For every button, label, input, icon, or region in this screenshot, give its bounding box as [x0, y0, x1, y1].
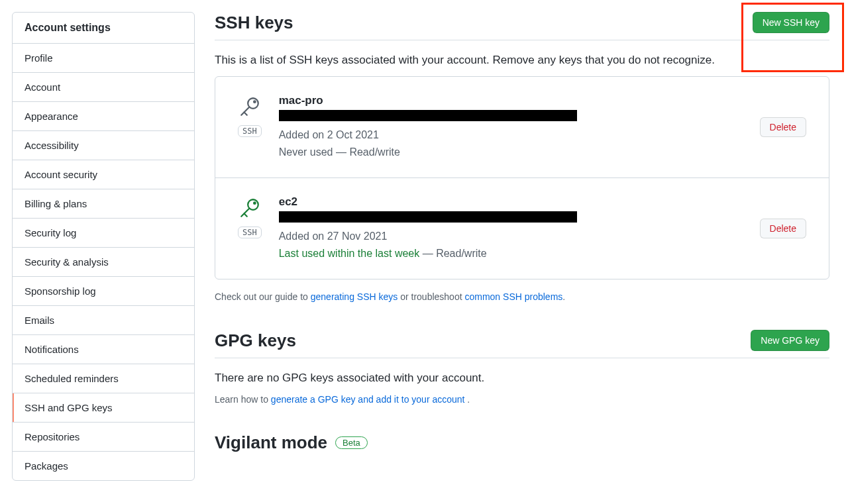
key-icon	[238, 197, 261, 221]
sidebar-item-billing-plans[interactable]: Billing & plans	[13, 189, 194, 219]
ssh-key-added: Added on 27 Nov 2021	[279, 228, 743, 245]
sidebar-item-security-analysis[interactable]: Security & analysis	[13, 248, 194, 277]
ssh-key-name: ec2	[279, 195, 743, 209]
sidebar-item-notifications[interactable]: Notifications	[13, 335, 194, 364]
new-gpg-key-button[interactable]: New GPG key	[751, 330, 829, 351]
ssh-title: SSH keys	[215, 13, 293, 33]
ssh-key-fingerprint-redacted	[279, 110, 577, 121]
ssh-footnote: Check out our guide to generating SSH ke…	[215, 291, 829, 302]
gpg-empty-text: There are no GPG keys associated with yo…	[215, 372, 829, 385]
ssh-key-meta: Added on 27 Nov 2021Last used within the…	[279, 228, 743, 262]
sidebar-item-accessibility[interactable]: Accessibility	[13, 131, 194, 160]
ssh-key-action: Delete	[760, 219, 806, 238]
ssh-key-row: SSHmac-proAdded on 2 Oct 2021Never used …	[215, 77, 829, 177]
sidebar-item-account[interactable]: Account	[13, 73, 194, 102]
common-ssh-problems-link[interactable]: common SSH problems	[464, 291, 562, 302]
sidebar-item-account-security[interactable]: Account security	[13, 160, 194, 189]
ssh-key-usage: Never used — Read/write	[279, 146, 400, 158]
sidebar-item-security-log[interactable]: Security log	[13, 219, 194, 248]
text: Check out our guide to	[215, 291, 311, 302]
sidebar-header: Account settings	[13, 13, 194, 44]
text: .	[467, 394, 470, 405]
delete-ssh-key-button[interactable]: Delete	[760, 219, 806, 238]
delete-ssh-key-button[interactable]: Delete	[760, 117, 806, 137]
settings-sidebar: Account settings ProfileAccountAppearanc…	[12, 12, 195, 481]
ssh-key-usage-suffix: — Read/write	[419, 248, 486, 259]
gpg-section-header: GPG keys New GPG key	[215, 330, 829, 358]
sidebar-item-repositories[interactable]: Repositories	[13, 423, 194, 452]
sidebar-item-appearance[interactable]: Appearance	[13, 102, 194, 131]
text: Learn how to	[215, 394, 271, 405]
gpg-learn-text: Learn how to generate a GPG key and add …	[215, 394, 829, 405]
ssh-key-fingerprint-redacted	[279, 211, 577, 223]
ssh-key-body: ec2Added on 27 Nov 2021Last used within …	[279, 195, 743, 262]
ssh-section-header: SSH keys New SSH key	[215, 12, 829, 40]
svg-point-3	[254, 203, 256, 205]
sidebar-item-ssh-and-gpg-keys[interactable]: SSH and GPG keys	[13, 393, 194, 423]
ssh-key-row: SSHec2Added on 27 Nov 2021Last used with…	[215, 177, 829, 279]
ssh-key-action: Delete	[760, 117, 806, 137]
vigilant-section-header: Vigilant mode Beta	[215, 432, 829, 453]
vigilant-title: Vigilant mode	[215, 432, 327, 453]
sidebar-item-profile[interactable]: Profile	[13, 44, 194, 73]
sidebar-item-emails[interactable]: Emails	[13, 306, 194, 335]
ssh-key-icon-col: SSH	[238, 94, 262, 137]
ssh-badge: SSH	[238, 227, 262, 238]
text: or troubleshoot	[398, 291, 464, 302]
ssh-key-meta: Added on 2 Oct 2021Never used — Read/wri…	[279, 126, 743, 160]
generate-gpg-key-link[interactable]: generate a GPG key and add it to your ac…	[271, 394, 468, 405]
main-content: SSH keys New SSH key This is a list of S…	[215, 12, 836, 481]
ssh-key-list: SSHmac-proAdded on 2 Oct 2021Never used …	[215, 76, 829, 279]
sidebar-item-sponsorship-log[interactable]: Sponsorship log	[13, 277, 194, 306]
text: .	[562, 291, 565, 302]
ssh-key-name: mac-pro	[279, 94, 743, 107]
ssh-key-usage-recent: Last used within the last week	[279, 248, 420, 259]
beta-badge: Beta	[335, 436, 368, 449]
ssh-badge: SSH	[238, 125, 262, 137]
gpg-title: GPG keys	[215, 330, 296, 351]
sidebar-menu: Account settings ProfileAccountAppearanc…	[12, 12, 195, 481]
sidebar-item-scheduled-reminders[interactable]: Scheduled reminders	[13, 364, 194, 393]
ssh-description: This is a list of SSH keys associated wi…	[215, 54, 829, 67]
sidebar-item-packages[interactable]: Packages	[13, 452, 194, 480]
new-ssh-key-button[interactable]: New SSH key	[753, 12, 829, 33]
svg-point-1	[254, 101, 256, 103]
ssh-key-body: mac-proAdded on 2 Oct 2021Never used — R…	[279, 94, 743, 160]
ssh-key-icon-col: SSH	[238, 195, 262, 238]
key-icon	[238, 95, 261, 120]
generating-ssh-keys-link[interactable]: generating SSH keys	[311, 291, 398, 302]
ssh-key-added: Added on 2 Oct 2021	[279, 126, 743, 144]
